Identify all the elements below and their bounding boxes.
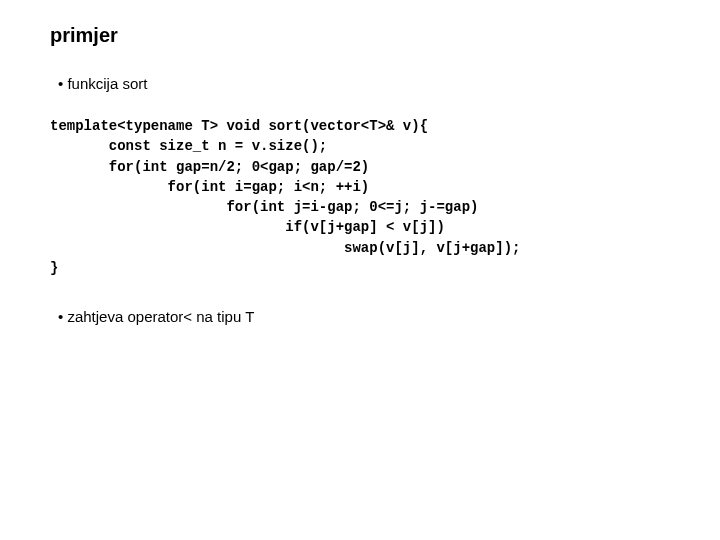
bullet-1: • funkcija sort [58,75,670,92]
slide-title: primjer [50,24,670,47]
bullet-2: • zahtjeva operator< na tipu T [58,308,670,325]
slide: primjer • funkcija sort template<typenam… [0,0,720,325]
code-block: template<typename T> void sort(vector<T>… [50,116,670,278]
